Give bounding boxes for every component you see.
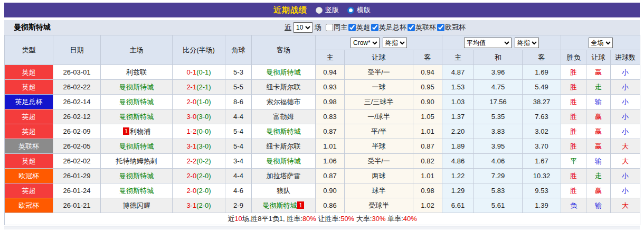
match-date: 26-02-14: [53, 95, 101, 109]
col-header-corners: 角球: [225, 35, 252, 65]
result-cell: 大: [611, 198, 640, 213]
corners: 5-3: [225, 65, 252, 80]
avg-odds-cell: 1.67: [523, 154, 561, 169]
corners: 5-5: [225, 80, 252, 95]
league-type-badge: 英超: [5, 154, 53, 169]
result-cell: 赢: [586, 109, 611, 124]
league-filter-0[interactable]: 英超: [347, 23, 370, 32]
away-team[interactable]: 索尔福德市: [252, 95, 316, 109]
col-header-handicap-line: 让球: [345, 50, 413, 65]
result-cell: 小: [611, 65, 640, 80]
match-date: 26-02-05: [53, 139, 101, 154]
table-row: 英超26-02-091利物浦1-2(0-0)5-4曼彻斯特城0.87平/半1.0…: [5, 124, 640, 139]
home-team[interactable]: 曼彻斯特城: [101, 139, 173, 154]
same-home-label: 同主: [334, 23, 347, 32]
away-team[interactable]: 曼彻斯特城: [252, 65, 316, 80]
same-home[interactable]: 同主: [325, 23, 347, 32]
fulltime-score: 2-0: [186, 98, 196, 106]
header-group-row: 类型 日期 主场 比分(半场) 角球 客场 Crow* 终指 平均值: [5, 35, 640, 50]
home-team[interactable]: 曼彻斯特城: [101, 169, 173, 183]
league-filter-2[interactable]: 英联杯: [406, 23, 436, 32]
result-cell: 赢: [586, 65, 611, 80]
halftime-score: (3-0): [196, 113, 211, 121]
period-select[interactable]: 全场: [589, 38, 613, 48]
home-team[interactable]: 博德闪耀: [101, 198, 173, 213]
recent-results-panel: 近期战绩 竖版 横版 曼彻斯特城 近 10 场 同主英超英足总杯英联杯欧冠杯: [4, 3, 640, 229]
league-filter-1[interactable]: 英足总杯: [370, 23, 406, 32]
away-team[interactable]: 纽卡斯尔联: [252, 139, 316, 154]
result-cell: 小: [611, 109, 640, 124]
home-team[interactable]: 曼彻斯特城: [101, 80, 173, 95]
result-cell: 负: [561, 198, 586, 213]
result-group-header: 全场: [561, 35, 640, 50]
view-option-vertical-label: 竖版: [325, 5, 339, 15]
result-cell: 走: [586, 169, 611, 183]
col-header-avg-home: 主: [442, 50, 474, 65]
league-type-badge: 欧冠杯: [5, 169, 53, 183]
avg-odds-cell: 1.29: [442, 183, 474, 198]
away-team[interactable]: 曼彻斯特城: [252, 124, 316, 139]
average-time-select[interactable]: 终指: [515, 38, 539, 48]
col-header-away: 客场: [252, 35, 316, 65]
view-option-vertical[interactable]: 竖版: [316, 5, 339, 15]
view-option-horizontal[interactable]: 横版: [347, 5, 371, 15]
handicap-odds-cell: 受球半: [345, 198, 413, 213]
fulltime-score: 3-0: [186, 113, 196, 121]
league-filter-3[interactable]: 欧冠杯: [436, 23, 466, 32]
result-cell: 胜: [561, 109, 586, 124]
handicap-time-select[interactable]: 终指: [383, 38, 407, 48]
away-team[interactable]: 纽卡斯尔联: [252, 80, 316, 95]
result-cell: 小: [611, 95, 640, 109]
home-team[interactable]: 利兹联: [101, 65, 173, 80]
away-team[interactable]: 曼彻斯特城: [252, 154, 316, 169]
league-filter-2-checkbox[interactable]: [408, 24, 415, 31]
home-team[interactable]: 曼彻斯特城: [101, 95, 173, 109]
handicap-odds-cell: 0.94: [316, 65, 345, 80]
table-row: 英足总杯26-02-14曼彻斯特城2-0(1-0)8-6索尔福德市0.98三/三…: [5, 95, 640, 109]
corners: 5-4: [225, 139, 252, 154]
avg-odds-cell: 10.32: [523, 169, 561, 183]
average-odds-select[interactable]: 平均值: [464, 38, 512, 48]
league-filter-0-checkbox[interactable]: [348, 24, 356, 31]
recent-count-select[interactable]: 10: [293, 22, 312, 33]
team-rank-badge: 1: [123, 127, 129, 135]
handicap-odds-cell: 0.87: [413, 139, 442, 154]
score: 2-1(2-1): [173, 80, 225, 95]
score: 1-2(0-0): [173, 124, 225, 139]
away-team[interactable]: 加拉塔萨雷: [252, 169, 316, 183]
league-filter-3-checkbox[interactable]: [437, 24, 444, 31]
league-type-badge: 英超: [5, 183, 53, 198]
away-team[interactable]: 富勒姆: [252, 109, 316, 124]
league-filter-2-label: 英联杯: [415, 23, 436, 32]
summary-part: 10: [234, 215, 242, 223]
result-cell: 胜: [561, 183, 586, 198]
away-team[interactable]: 曼彻斯特城1: [252, 198, 316, 213]
home-team[interactable]: 曼彻斯特城: [101, 109, 173, 124]
handicap-odds-cell: 一球: [345, 80, 413, 95]
handicap-odds-cell: 1.01: [316, 139, 345, 154]
away-team[interactable]: 狼队: [252, 183, 316, 198]
fulltime-score: 1-2: [186, 127, 196, 135]
home-team[interactable]: 曼彻斯特城: [101, 183, 173, 198]
avg-odds-cell: 2.20: [442, 124, 474, 139]
handicap-odds-cell: 平/半: [345, 124, 413, 139]
avg-odds-cell: 5.83: [474, 183, 523, 198]
handicap-odds-group-header: Crow* 终指: [316, 35, 442, 50]
league-filter-1-checkbox[interactable]: [371, 24, 378, 31]
radio-vertical-icon[interactable]: [316, 7, 323, 14]
home-team[interactable]: 托特纳姆热刺: [101, 154, 173, 169]
recent-label: 近: [285, 23, 291, 32]
title-bar: 近期战绩 竖版 横版: [4, 3, 640, 17]
fulltime-score: 2-0: [186, 187, 196, 195]
halftime-score: (2-0): [196, 201, 211, 209]
avg-odds-cell: 4.75: [474, 80, 523, 95]
home-team[interactable]: 1利物浦: [101, 124, 173, 139]
team-name: 曼彻斯特城: [14, 23, 51, 32]
radio-horizontal-icon[interactable]: [347, 7, 354, 14]
avg-odds-cell: 7.29: [474, 169, 523, 183]
odds-provider-select[interactable]: Crow*: [351, 38, 380, 48]
avg-odds-cell: 38.27: [523, 95, 561, 109]
handicap-odds-cell: 0.90: [413, 95, 442, 109]
same-home-checkbox[interactable]: [326, 24, 333, 31]
unit-label: 场: [315, 23, 321, 32]
